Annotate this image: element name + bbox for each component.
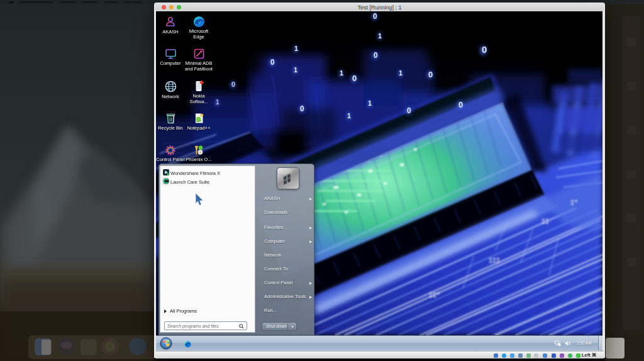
svg-text:1: 1 (347, 112, 351, 119)
svg-text:1: 1 (294, 45, 298, 52)
svg-text:0: 0 (300, 104, 304, 113)
svg-text:1: 1 (399, 69, 402, 77)
svg-text:0: 0 (231, 81, 235, 88)
svg-text:1: 1 (368, 99, 372, 107)
svg-text:0: 0 (352, 74, 357, 83)
svg-text:0: 0 (374, 51, 378, 60)
svg-text:1: 1 (378, 32, 382, 40)
svg-text:0: 0 (458, 100, 463, 109)
svg-text:0: 0 (482, 44, 487, 55)
svg-text:0: 0 (428, 70, 433, 79)
svg-text:1: 1 (294, 66, 297, 74)
svg-text:0: 0 (407, 106, 411, 115)
svg-text:1: 1 (340, 69, 343, 77)
svg-text:0: 0 (373, 12, 377, 21)
svg-text:0: 0 (270, 58, 275, 67)
